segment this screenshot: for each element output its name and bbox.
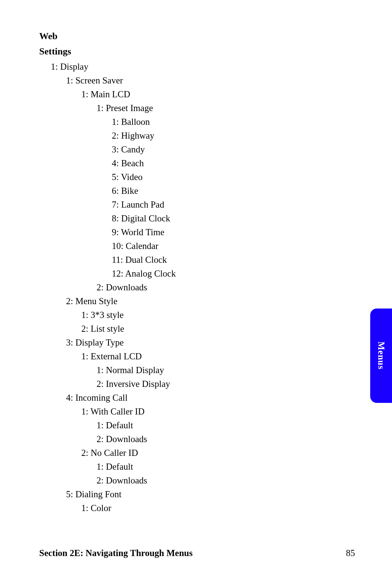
item-world-time: 9: World Time bbox=[112, 225, 315, 239]
item-external-lcd: 1: External LCD bbox=[81, 350, 315, 363]
heading-settings: Settings bbox=[39, 44, 315, 59]
item-display-type: 3: Display Type bbox=[66, 336, 315, 350]
item-ncid-downloads: 2: Downloads bbox=[97, 474, 315, 487]
item-3x3-style: 1: 3*3 style bbox=[81, 308, 315, 322]
item-dialing-font: 5: Dialing Font bbox=[66, 487, 315, 501]
page-footer: Section 2E: Navigating Through Menus 85 bbox=[39, 548, 355, 558]
footer-page-number: 85 bbox=[346, 548, 355, 558]
item-main-lcd: 1: Main LCD bbox=[81, 87, 315, 101]
item-color: 1: Color bbox=[81, 501, 315, 515]
item-incoming-call: 4: Incoming Call bbox=[66, 391, 315, 405]
item-candy: 3: Candy bbox=[112, 143, 315, 156]
footer-section: Section 2E: Navigating Through Menus bbox=[39, 548, 193, 558]
item-inversive-display: 2: Inversive Display bbox=[97, 377, 315, 391]
item-video: 5: Video bbox=[112, 170, 315, 184]
item-downloads-1: 2: Downloads bbox=[97, 281, 315, 294]
item-ncid-default: 1: Default bbox=[97, 460, 315, 474]
item-dual-clock: 11: Dual Clock bbox=[112, 253, 315, 267]
item-highway: 2: Highway bbox=[112, 129, 315, 143]
item-menu-style: 2: Menu Style bbox=[66, 294, 315, 308]
item-preset-image: 1: Preset Image bbox=[97, 101, 315, 115]
side-tab-label: Menus bbox=[376, 342, 386, 369]
item-wcid-downloads: 2: Downloads bbox=[97, 432, 315, 446]
heading-web: Web bbox=[39, 29, 315, 44]
page-content: Web Settings 1: Display 1: Screen Saver … bbox=[39, 29, 315, 515]
item-calendar: 10: Calendar bbox=[112, 239, 315, 253]
item-display: 1: Display bbox=[51, 60, 315, 74]
item-wcid-default: 1: Default bbox=[97, 418, 315, 432]
item-digital-clock: 8: Digital Clock bbox=[112, 212, 315, 225]
item-no-caller-id: 2: No Caller ID bbox=[81, 446, 315, 460]
item-screen-saver: 1: Screen Saver bbox=[66, 74, 315, 87]
item-bike: 6: Bike bbox=[112, 184, 315, 198]
item-beach: 4: Beach bbox=[112, 156, 315, 170]
item-with-caller-id: 1: With Caller ID bbox=[81, 405, 315, 418]
item-launch-pad: 7: Launch Pad bbox=[112, 198, 315, 212]
item-analog-clock: 12: Analog Clock bbox=[112, 267, 315, 281]
item-list-style: 2: List style bbox=[81, 322, 315, 336]
item-balloon: 1: Balloon bbox=[112, 115, 315, 129]
item-normal-display: 1: Normal Display bbox=[97, 363, 315, 377]
side-tab: Menus bbox=[370, 309, 392, 403]
